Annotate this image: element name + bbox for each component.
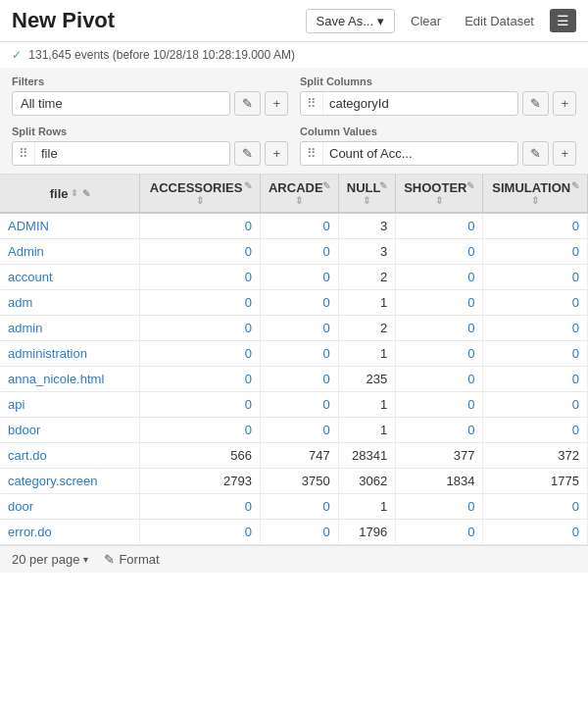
table-row: anna_nicole.html0023500	[0, 367, 588, 392]
split-rows-value: file	[35, 142, 229, 165]
null-column-header[interactable]: ✎ NULL ⇕	[338, 175, 395, 213]
column-values-add-button[interactable]: +	[553, 141, 576, 166]
arcade-label: ARCADE	[269, 180, 330, 195]
null-cell: 28341	[338, 443, 395, 469]
filters-add-button[interactable]: +	[265, 91, 288, 116]
null-cell: 3	[338, 239, 395, 265]
left-config-col: Filters ✎ + Split Rows ⠿ file ✎ +	[12, 75, 288, 166]
column-values-field: ⠿ Count of Acc...	[300, 141, 518, 166]
file-cell[interactable]: cart.do	[0, 443, 140, 469]
file-cell[interactable]: api	[0, 392, 140, 418]
check-icon: ✓	[12, 48, 22, 62]
split-columns-value: categoryId	[323, 92, 517, 115]
accessories-column-header[interactable]: ✎ ACCESSORIES ⇕	[140, 175, 261, 213]
save-as-button[interactable]: Save As... ▾	[306, 9, 396, 33]
sim-cell: 0	[483, 367, 588, 392]
sim-cell: 0	[483, 213, 588, 239]
split-rows-label: Split Rows	[12, 125, 288, 137]
sort-icon-simulation: ⇕	[491, 195, 579, 206]
clear-button[interactable]: Clear	[403, 10, 449, 32]
null-cell: 235	[338, 367, 395, 392]
sim-cell: 0	[483, 290, 588, 316]
page-title: New Pivot	[12, 8, 306, 33]
filters-input[interactable]	[12, 91, 230, 116]
filters-edit-button[interactable]: ✎	[234, 91, 261, 116]
arc-cell: 0	[260, 494, 338, 520]
pencil-icon: ✎	[530, 96, 541, 111]
split-columns-label: Split Columns	[300, 75, 576, 87]
file-cell[interactable]: error.do	[0, 520, 140, 545]
file-cell[interactable]: admin	[0, 316, 140, 341]
file-cell[interactable]: category.screen	[0, 469, 140, 494]
table-row: admin00200	[0, 316, 588, 341]
format-label: Format	[119, 552, 159, 567]
arcade-column-header[interactable]: ✎ ARCADE ⇕	[260, 175, 338, 213]
filters-row: ✎ +	[12, 91, 288, 116]
edit-icon-shooter: ✎	[466, 180, 474, 191]
split-rows-edit-button[interactable]: ✎	[234, 141, 261, 166]
sim-cell: 0	[483, 239, 588, 265]
acc-cell: 0	[140, 418, 261, 443]
table-row: cart.do56674728341377372	[0, 443, 588, 469]
header: New Pivot Save As... ▾ Clear Edit Datase…	[0, 0, 588, 42]
format-button[interactable]: ✎ Format	[104, 552, 159, 567]
shooter-column-header[interactable]: ✎ SHOOTER ⇕	[396, 175, 483, 213]
grid-icon: ⠿	[301, 142, 323, 165]
column-values-edit-button[interactable]: ✎	[522, 141, 549, 166]
acc-cell: 0	[140, 316, 261, 341]
sim-cell: 0	[483, 520, 588, 545]
sho-cell: 0	[396, 418, 483, 443]
sim-cell: 0	[483, 265, 588, 290]
grid-icon: ⠿	[301, 92, 323, 115]
table-row: api00100	[0, 392, 588, 418]
split-rows-add-button[interactable]: +	[265, 141, 288, 166]
file-header-label: file	[50, 186, 69, 201]
arc-cell: 747	[260, 443, 338, 469]
plus-icon: +	[561, 96, 568, 111]
table-row: category.screen27933750306218341775	[0, 469, 588, 494]
simulation-column-header[interactable]: ✎ SIMULATION ⇕	[483, 175, 588, 213]
acc-cell: 2793	[140, 469, 261, 494]
null-cell: 2	[338, 265, 395, 290]
sim-cell: 0	[483, 341, 588, 367]
sho-cell: 0	[396, 520, 483, 545]
sho-cell: 0	[396, 239, 483, 265]
file-cell[interactable]: door	[0, 494, 140, 520]
sim-cell: 0	[483, 418, 588, 443]
split-columns-add-button[interactable]: +	[553, 91, 576, 116]
file-cell[interactable]: ADMIN	[0, 213, 140, 239]
menu-button[interactable]: ☰	[550, 9, 576, 32]
null-cell: 3	[338, 213, 395, 239]
arc-cell: 0	[260, 367, 338, 392]
file-cell[interactable]: account	[0, 265, 140, 290]
edit-icon[interactable]: ✎	[82, 188, 90, 199]
file-cell[interactable]: Admin	[0, 239, 140, 265]
sho-cell: 0	[396, 213, 483, 239]
sho-cell: 0	[396, 265, 483, 290]
split-columns-edit-button[interactable]: ✎	[522, 91, 549, 116]
table-row: door00100	[0, 494, 588, 520]
acc-cell: 0	[140, 213, 261, 239]
per-page-button[interactable]: 20 per page ▾	[12, 552, 88, 567]
file-cell[interactable]: administration	[0, 341, 140, 367]
right-config-col: Split Columns ⠿ categoryId ✎ + Column Va…	[300, 75, 576, 166]
table-row: bdoor00100	[0, 418, 588, 443]
arc-cell: 0	[260, 341, 338, 367]
file-column-header[interactable]: file ⇕ ✎	[0, 175, 140, 213]
save-as-label: Save As...	[317, 14, 374, 28]
edit-dataset-button[interactable]: Edit Dataset	[457, 10, 542, 32]
file-cell[interactable]: bdoor	[0, 418, 140, 443]
arc-cell: 0	[260, 290, 338, 316]
pencil-icon: ✎	[104, 552, 115, 567]
arc-cell: 0	[260, 392, 338, 418]
accessories-label: ACCESSORIES	[148, 180, 252, 195]
file-cell[interactable]: adm	[0, 290, 140, 316]
sort-icon-arcade: ⇕	[269, 195, 330, 206]
null-cell: 1796	[338, 520, 395, 545]
sim-cell: 372	[483, 443, 588, 469]
sim-cell: 0	[483, 392, 588, 418]
sho-cell: 0	[396, 367, 483, 392]
acc-cell: 0	[140, 367, 261, 392]
file-cell[interactable]: anna_nicole.html	[0, 367, 140, 392]
simulation-label: SIMULATION	[491, 180, 579, 195]
